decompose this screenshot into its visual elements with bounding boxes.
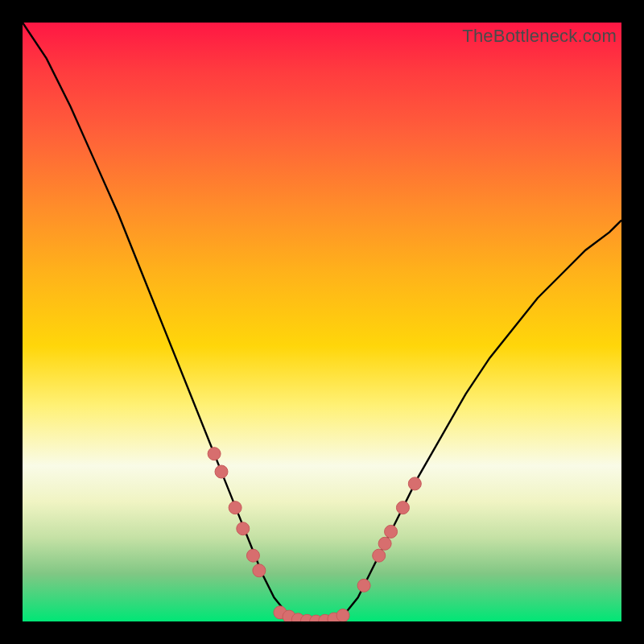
data-marker xyxy=(396,502,409,514)
data-marker xyxy=(385,525,398,538)
data-marker xyxy=(215,465,228,478)
data-marker xyxy=(229,502,242,514)
data-marker xyxy=(408,477,421,490)
curve-layer xyxy=(23,23,621,621)
data-marker xyxy=(253,564,266,577)
data-marker xyxy=(208,448,221,460)
data-marker xyxy=(237,522,250,535)
data-marker xyxy=(336,609,349,621)
outer-frame: TheBottleneck.com xyxy=(0,0,644,644)
data-marker xyxy=(378,537,391,550)
plot-area: TheBottleneck.com xyxy=(23,23,621,621)
data-marker xyxy=(373,549,386,562)
marker-group xyxy=(208,448,421,621)
data-marker xyxy=(357,579,370,592)
data-marker xyxy=(246,549,259,562)
bottleneck-curve xyxy=(23,23,621,621)
